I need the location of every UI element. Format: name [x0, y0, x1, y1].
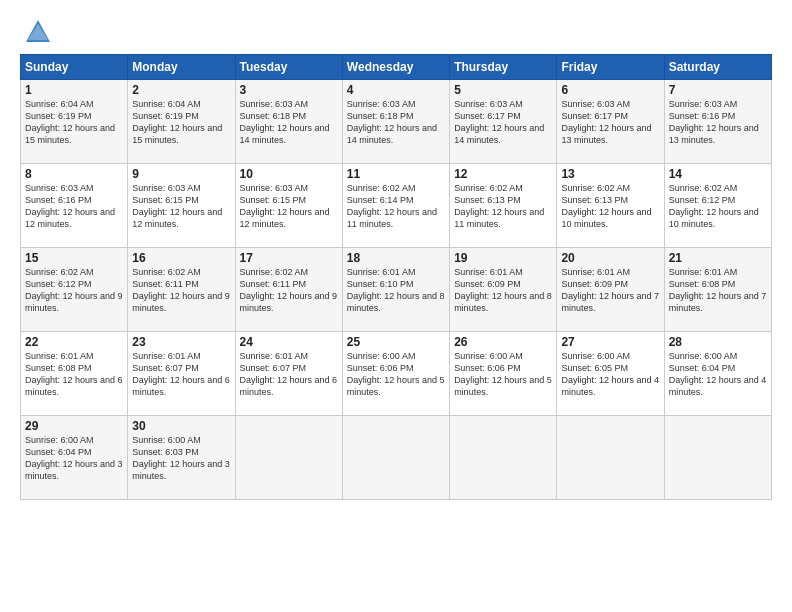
day-number: 8	[25, 167, 123, 181]
day-number: 5	[454, 83, 552, 97]
day-number: 29	[25, 419, 123, 433]
day-cell-28: 28Sunrise: 6:00 AMSunset: 6:04 PMDayligh…	[664, 332, 771, 416]
day-cell-2: 2Sunrise: 6:04 AMSunset: 6:19 PMDaylight…	[128, 80, 235, 164]
day-number: 20	[561, 251, 659, 265]
day-header-thursday: Thursday	[450, 55, 557, 80]
day-info: Sunrise: 6:03 AMSunset: 6:17 PMDaylight:…	[454, 98, 552, 147]
day-info: Sunrise: 6:00 AMSunset: 6:06 PMDaylight:…	[454, 350, 552, 399]
day-number: 1	[25, 83, 123, 97]
day-number: 22	[25, 335, 123, 349]
day-header-wednesday: Wednesday	[342, 55, 449, 80]
day-number: 25	[347, 335, 445, 349]
svg-marker-1	[28, 24, 48, 40]
day-number: 28	[669, 335, 767, 349]
day-cell-30: 30Sunrise: 6:00 AMSunset: 6:03 PMDayligh…	[128, 416, 235, 500]
day-number: 30	[132, 419, 230, 433]
day-cell-27: 27Sunrise: 6:00 AMSunset: 6:05 PMDayligh…	[557, 332, 664, 416]
day-info: Sunrise: 6:03 AMSunset: 6:15 PMDaylight:…	[240, 182, 338, 231]
day-info: Sunrise: 6:03 AMSunset: 6:15 PMDaylight:…	[132, 182, 230, 231]
day-cell-18: 18Sunrise: 6:01 AMSunset: 6:10 PMDayligh…	[342, 248, 449, 332]
day-header-friday: Friday	[557, 55, 664, 80]
day-number: 14	[669, 167, 767, 181]
day-number: 15	[25, 251, 123, 265]
day-cell-6: 6Sunrise: 6:03 AMSunset: 6:17 PMDaylight…	[557, 80, 664, 164]
empty-cell	[450, 416, 557, 500]
day-cell-3: 3Sunrise: 6:03 AMSunset: 6:18 PMDaylight…	[235, 80, 342, 164]
day-number: 19	[454, 251, 552, 265]
day-cell-9: 9Sunrise: 6:03 AMSunset: 6:15 PMDaylight…	[128, 164, 235, 248]
day-cell-22: 22Sunrise: 6:01 AMSunset: 6:08 PMDayligh…	[21, 332, 128, 416]
day-number: 10	[240, 167, 338, 181]
day-info: Sunrise: 6:01 AMSunset: 6:07 PMDaylight:…	[240, 350, 338, 399]
day-cell-5: 5Sunrise: 6:03 AMSunset: 6:17 PMDaylight…	[450, 80, 557, 164]
day-info: Sunrise: 6:03 AMSunset: 6:18 PMDaylight:…	[347, 98, 445, 147]
empty-cell	[664, 416, 771, 500]
day-info: Sunrise: 6:01 AMSunset: 6:10 PMDaylight:…	[347, 266, 445, 315]
day-number: 11	[347, 167, 445, 181]
logo	[20, 18, 52, 46]
day-cell-7: 7Sunrise: 6:03 AMSunset: 6:16 PMDaylight…	[664, 80, 771, 164]
day-info: Sunrise: 6:01 AMSunset: 6:08 PMDaylight:…	[25, 350, 123, 399]
day-info: Sunrise: 6:00 AMSunset: 6:04 PMDaylight:…	[669, 350, 767, 399]
day-header-saturday: Saturday	[664, 55, 771, 80]
day-number: 7	[669, 83, 767, 97]
day-info: Sunrise: 6:02 AMSunset: 6:13 PMDaylight:…	[561, 182, 659, 231]
empty-cell	[557, 416, 664, 500]
day-info: Sunrise: 6:02 AMSunset: 6:13 PMDaylight:…	[454, 182, 552, 231]
day-info: Sunrise: 6:02 AMSunset: 6:11 PMDaylight:…	[132, 266, 230, 315]
day-info: Sunrise: 6:01 AMSunset: 6:07 PMDaylight:…	[132, 350, 230, 399]
day-header-sunday: Sunday	[21, 55, 128, 80]
day-info: Sunrise: 6:02 AMSunset: 6:11 PMDaylight:…	[240, 266, 338, 315]
day-number: 27	[561, 335, 659, 349]
day-cell-20: 20Sunrise: 6:01 AMSunset: 6:09 PMDayligh…	[557, 248, 664, 332]
day-cell-26: 26Sunrise: 6:00 AMSunset: 6:06 PMDayligh…	[450, 332, 557, 416]
day-info: Sunrise: 6:02 AMSunset: 6:14 PMDaylight:…	[347, 182, 445, 231]
day-cell-1: 1Sunrise: 6:04 AMSunset: 6:19 PMDaylight…	[21, 80, 128, 164]
day-number: 6	[561, 83, 659, 97]
day-number: 12	[454, 167, 552, 181]
day-info: Sunrise: 6:01 AMSunset: 6:08 PMDaylight:…	[669, 266, 767, 315]
day-info: Sunrise: 6:00 AMSunset: 6:05 PMDaylight:…	[561, 350, 659, 399]
day-number: 17	[240, 251, 338, 265]
day-cell-16: 16Sunrise: 6:02 AMSunset: 6:11 PMDayligh…	[128, 248, 235, 332]
day-header-monday: Monday	[128, 55, 235, 80]
day-cell-23: 23Sunrise: 6:01 AMSunset: 6:07 PMDayligh…	[128, 332, 235, 416]
day-cell-14: 14Sunrise: 6:02 AMSunset: 6:12 PMDayligh…	[664, 164, 771, 248]
logo-icon	[24, 18, 52, 46]
day-info: Sunrise: 6:03 AMSunset: 6:18 PMDaylight:…	[240, 98, 338, 147]
empty-cell	[342, 416, 449, 500]
day-number: 18	[347, 251, 445, 265]
day-info: Sunrise: 6:00 AMSunset: 6:03 PMDaylight:…	[132, 434, 230, 483]
day-number: 24	[240, 335, 338, 349]
calendar-table: SundayMondayTuesdayWednesdayThursdayFrid…	[20, 54, 772, 500]
day-cell-11: 11Sunrise: 6:02 AMSunset: 6:14 PMDayligh…	[342, 164, 449, 248]
day-number: 26	[454, 335, 552, 349]
day-cell-4: 4Sunrise: 6:03 AMSunset: 6:18 PMDaylight…	[342, 80, 449, 164]
day-cell-29: 29Sunrise: 6:00 AMSunset: 6:04 PMDayligh…	[21, 416, 128, 500]
day-cell-19: 19Sunrise: 6:01 AMSunset: 6:09 PMDayligh…	[450, 248, 557, 332]
day-info: Sunrise: 6:03 AMSunset: 6:17 PMDaylight:…	[561, 98, 659, 147]
day-number: 9	[132, 167, 230, 181]
day-number: 2	[132, 83, 230, 97]
day-cell-13: 13Sunrise: 6:02 AMSunset: 6:13 PMDayligh…	[557, 164, 664, 248]
empty-cell	[235, 416, 342, 500]
day-number: 13	[561, 167, 659, 181]
day-cell-21: 21Sunrise: 6:01 AMSunset: 6:08 PMDayligh…	[664, 248, 771, 332]
day-number: 3	[240, 83, 338, 97]
day-info: Sunrise: 6:04 AMSunset: 6:19 PMDaylight:…	[132, 98, 230, 147]
day-cell-15: 15Sunrise: 6:02 AMSunset: 6:12 PMDayligh…	[21, 248, 128, 332]
day-info: Sunrise: 6:00 AMSunset: 6:04 PMDaylight:…	[25, 434, 123, 483]
day-number: 16	[132, 251, 230, 265]
day-cell-25: 25Sunrise: 6:00 AMSunset: 6:06 PMDayligh…	[342, 332, 449, 416]
day-cell-8: 8Sunrise: 6:03 AMSunset: 6:16 PMDaylight…	[21, 164, 128, 248]
day-cell-17: 17Sunrise: 6:02 AMSunset: 6:11 PMDayligh…	[235, 248, 342, 332]
day-cell-12: 12Sunrise: 6:02 AMSunset: 6:13 PMDayligh…	[450, 164, 557, 248]
day-number: 23	[132, 335, 230, 349]
day-info: Sunrise: 6:04 AMSunset: 6:19 PMDaylight:…	[25, 98, 123, 147]
day-info: Sunrise: 6:02 AMSunset: 6:12 PMDaylight:…	[669, 182, 767, 231]
day-cell-24: 24Sunrise: 6:01 AMSunset: 6:07 PMDayligh…	[235, 332, 342, 416]
day-header-tuesday: Tuesday	[235, 55, 342, 80]
day-info: Sunrise: 6:00 AMSunset: 6:06 PMDaylight:…	[347, 350, 445, 399]
day-cell-10: 10Sunrise: 6:03 AMSunset: 6:15 PMDayligh…	[235, 164, 342, 248]
day-number: 21	[669, 251, 767, 265]
